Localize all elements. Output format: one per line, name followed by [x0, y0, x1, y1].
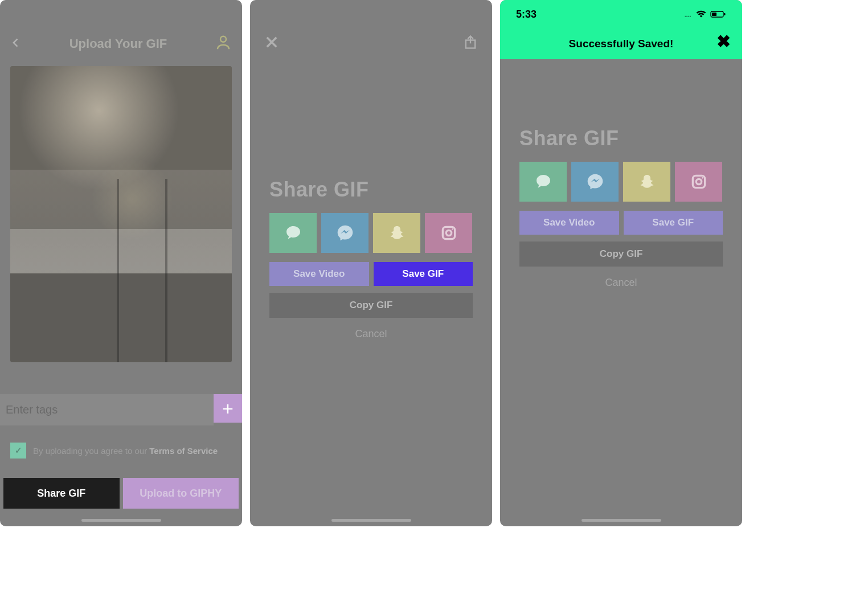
- save-row: Save Video Save GIF: [269, 262, 473, 286]
- svg-point-8: [452, 228, 453, 230]
- terms-row: ✓ By uploading you agree to our Terms of…: [0, 425, 242, 459]
- cancel-button[interactable]: Cancel: [269, 328, 473, 340]
- share-messages[interactable]: [269, 213, 317, 253]
- upload-to-giphy-button[interactable]: Upload to GIPHY: [123, 478, 239, 509]
- share-gif-button[interactable]: Share GIF: [3, 478, 120, 509]
- share-system-icon[interactable]: [462, 34, 478, 52]
- copy-gif-button[interactable]: Copy GIF: [269, 293, 473, 318]
- page-title: Upload Your GIF: [69, 36, 167, 51]
- terms-link[interactable]: Terms of Service: [149, 446, 218, 456]
- save-gif-button[interactable]: Save GIF: [374, 262, 473, 286]
- share-panel: Share GIF Save Video Save GIF C: [250, 178, 492, 340]
- wifi-icon: [695, 10, 707, 18]
- home-indicator: [331, 519, 411, 522]
- status-time: 5:33: [516, 9, 537, 21]
- close-icon[interactable]: [264, 34, 280, 52]
- cancel-button[interactable]: Cancel: [519, 277, 723, 289]
- gif-preview: [10, 66, 232, 362]
- svg-rect-10: [712, 13, 716, 16]
- svg-point-7: [446, 230, 451, 235]
- svg-point-14: [696, 179, 701, 184]
- home-indicator: [81, 519, 161, 522]
- svg-point-15: [702, 177, 703, 179]
- status-bar: 5:33 ....: [500, 0, 742, 28]
- banner-text: Successfully Saved!: [569, 38, 674, 50]
- share-messenger[interactable]: [571, 162, 619, 202]
- header: Upload Your GIF: [0, 0, 242, 60]
- share-panel: Share GIF Save Video Save GIF C: [500, 126, 742, 289]
- tags-input[interactable]: [0, 394, 214, 425]
- terms-pre: By uploading you agree to our: [33, 446, 149, 456]
- share-instagram[interactable]: [425, 213, 472, 253]
- share-instagram[interactable]: [675, 162, 722, 202]
- profile-icon[interactable]: [215, 34, 232, 54]
- add-tag-button[interactable]: +: [214, 394, 242, 423]
- screen-saved: 5:33 .... Successfully Saved! ✖ Share GI…: [500, 0, 742, 526]
- back-icon[interactable]: [10, 34, 22, 54]
- share-title: Share GIF: [519, 126, 723, 150]
- screen-upload: Upload Your GIF + ✓ By uploading you agr…: [0, 0, 242, 526]
- save-gif-button[interactable]: Save GIF: [624, 211, 723, 235]
- svg-rect-11: [724, 13, 726, 15]
- success-banner: Successfully Saved! ✖: [500, 28, 742, 59]
- terms-checkbox[interactable]: ✓: [10, 443, 26, 459]
- screen-share: Share GIF Save Video Save GIF C: [250, 0, 492, 526]
- bottom-actions: Share GIF Upload to GIPHY: [0, 478, 242, 509]
- plus-icon: +: [222, 398, 234, 420]
- save-row: Save Video Save GIF: [519, 211, 723, 235]
- battery-icon: [710, 10, 726, 18]
- svg-point-0: [220, 36, 226, 42]
- cellular-dots-icon: ....: [684, 10, 691, 19]
- share-targets: [519, 162, 723, 202]
- share-targets: [269, 213, 473, 253]
- banner-close-icon[interactable]: ✖: [716, 33, 731, 50]
- share-header: [250, 0, 492, 52]
- share-snapchat[interactable]: [623, 162, 670, 202]
- status-icons: ....: [684, 10, 726, 19]
- home-indicator: [582, 519, 661, 522]
- share-messages[interactable]: [519, 162, 567, 202]
- copy-gif-button[interactable]: Copy GIF: [519, 241, 723, 267]
- share-messenger[interactable]: [321, 213, 369, 253]
- tags-row: +: [0, 394, 242, 425]
- save-video-button[interactable]: Save Video: [269, 262, 369, 286]
- terms-text: By uploading you agree to our Terms of S…: [33, 446, 218, 456]
- share-title: Share GIF: [269, 178, 473, 202]
- share-snapchat[interactable]: [373, 213, 420, 253]
- check-icon: ✓: [15, 445, 22, 456]
- save-video-button[interactable]: Save Video: [519, 211, 619, 235]
